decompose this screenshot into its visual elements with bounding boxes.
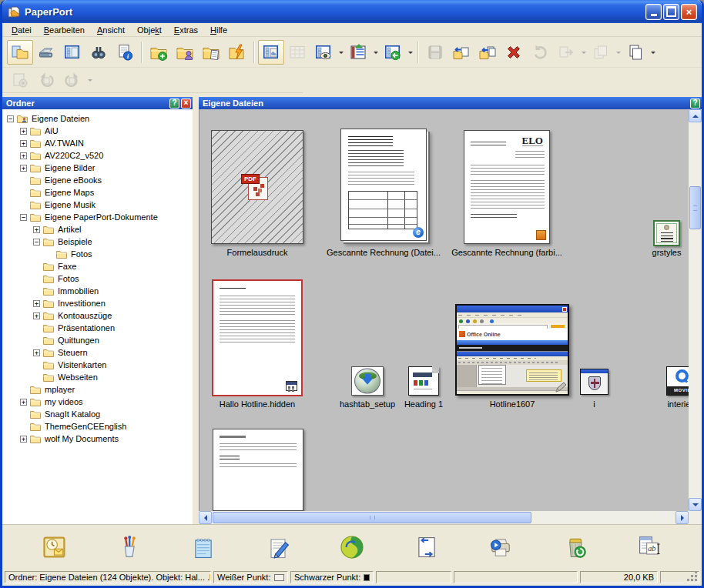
desktop-item-partial-document[interactable]: [213, 429, 303, 511]
eye-view-button[interactable]: [310, 40, 337, 65]
item-label[interactable]: Gescannte Rechnung (farbi...: [451, 248, 562, 257]
maximize-button[interactable]: [663, 4, 679, 20]
back-view-button[interactable]: [380, 40, 406, 65]
tree-item-eigene-paperport-dokumente[interactable]: −Eigene PaperPort-Dokumente: [20, 211, 158, 223]
scroll-down-button[interactable]: [689, 498, 702, 511]
back-view-dropdown[interactable]: [406, 40, 414, 65]
tree-expand-toggle[interactable]: −: [7, 115, 14, 122]
desktop-item-interie[interactable]: MOVIE: [666, 366, 689, 396]
send-to-recycle-bin-icon[interactable]: [560, 532, 591, 563]
page-info-button[interactable]: i: [112, 40, 138, 65]
desktop-item-gescannte-rechnung-farbi[interactable]: ELO: [464, 130, 550, 244]
search-button[interactable]: [85, 40, 112, 65]
tree-item-beispiele[interactable]: −Beispiele: [33, 236, 92, 248]
eye-view-dropdown[interactable]: [337, 40, 345, 65]
send-to-paint-icon[interactable]: [114, 532, 145, 563]
tree-item-kontoauszüge[interactable]: +Kontoauszüge: [33, 309, 112, 322]
send-to-printer-icon[interactable]: [485, 532, 516, 563]
tree-item-investitionen[interactable]: +Investitionen: [33, 297, 106, 309]
tree-item-mplayer[interactable]: mplayer: [20, 383, 75, 396]
tree-item-artikel[interactable]: +Artikel: [33, 223, 82, 236]
folders-help-button[interactable]: ?: [169, 99, 179, 109]
item-label[interactable]: Formelausdruck: [227, 248, 288, 257]
tree-item-präsentationen[interactable]: Präsentationen: [33, 322, 115, 334]
send-to-ocr-icon[interactable]: ab: [634, 532, 665, 563]
tree-item-quittungen[interactable]: Quittungen: [33, 334, 99, 346]
tree-expand-toggle[interactable]: +: [20, 165, 27, 172]
desktop-item-grstyles[interactable]: [653, 220, 680, 246]
tree-item-av-twain[interactable]: +AV.TWAIN: [20, 137, 84, 149]
copy-to-folder-button[interactable]: [474, 40, 501, 65]
new-folder-button[interactable]: [146, 40, 172, 65]
item-label[interactable]: interie...: [667, 399, 689, 409]
tree-item-eigene-dateien[interactable]: −Eigene Dateien: [7, 112, 89, 125]
folder-flash-button[interactable]: [224, 40, 250, 65]
vertical-scrollbar[interactable]: [689, 109, 702, 511]
desktop-item-gescannte-rechnung-datei[interactable]: e: [340, 129, 427, 241]
tree-expand-toggle[interactable]: −: [33, 239, 40, 246]
close-button[interactable]: ×: [681, 4, 697, 20]
panel-splitter[interactable]: [193, 97, 199, 524]
tree-expand-toggle[interactable]: +: [20, 399, 27, 406]
scroll-up-button[interactable]: [689, 109, 702, 122]
scroll-right-button[interactable]: [676, 511, 689, 524]
folder-user-button[interactable]: [172, 40, 198, 65]
folders-close-button[interactable]: ×: [181, 99, 191, 109]
menu-bearbeiten[interactable]: Bearbeiten: [38, 24, 91, 36]
tree-expand-toggle[interactable]: −: [20, 214, 27, 221]
tree-item-webseiten[interactable]: Webseiten: [33, 371, 98, 383]
tree-item-fotos[interactable]: Fotos: [33, 272, 79, 285]
item-label[interactable]: i: [593, 399, 595, 409]
item-label[interactable]: grstyles: [652, 248, 682, 257]
tree-item-snagit-katalog[interactable]: SnagIt Katalog: [20, 408, 100, 420]
item-label[interactable]: Hotline1607: [490, 399, 535, 409]
item-label[interactable]: hashtab_setup: [340, 399, 395, 409]
tree-item-my-videos[interactable]: +my videos: [20, 396, 83, 408]
menu-ansicht[interactable]: Ansicht: [91, 24, 131, 36]
desktop-help-button[interactable]: ?: [690, 99, 700, 109]
desktop-item-hallo-hotline-hidden[interactable]: [212, 279, 303, 396]
tree-item-faxe[interactable]: Faxe: [33, 260, 76, 272]
scan-acquire-button[interactable]: [33, 40, 59, 65]
tree-item-av220c2-v520[interactable]: +AV220C2_v520: [20, 149, 103, 162]
folder-view-button[interactable]: [7, 40, 33, 65]
tree-item-eigene-maps[interactable]: Eigene Maps: [20, 186, 94, 199]
desktop-item-hashtab-setup[interactable]: [351, 366, 384, 396]
list-view-button[interactable]: [345, 40, 371, 65]
folder-note-button[interactable]: [198, 40, 224, 65]
send-to-browser-icon[interactable]: [337, 532, 367, 563]
tree-item-eigene-bilder[interactable]: +Eigene Bilder: [20, 162, 95, 174]
tree-item-wolf-my-documents[interactable]: +wolf My Documents: [20, 433, 119, 445]
tree-item-eigene-musik[interactable]: Eigene Musik: [20, 199, 96, 211]
minimize-button[interactable]: [645, 4, 662, 20]
copy-page-button[interactable]: [622, 40, 649, 65]
tree-item-eigene-ebooks[interactable]: Eigene eBooks: [20, 174, 102, 186]
tree-expand-toggle[interactable]: +: [33, 312, 40, 319]
tree-expand-toggle[interactable]: +: [33, 226, 40, 233]
menu-hilfe[interactable]: Hilfe: [204, 24, 233, 36]
send-to-outlook-icon[interactable]: [39, 532, 70, 563]
tree-expand-toggle[interactable]: +: [33, 300, 40, 307]
tree-expand-toggle[interactable]: +: [20, 436, 27, 443]
tree-item-visitenkarten[interactable]: Visitenkarten: [33, 359, 106, 371]
send-to-notepad-icon[interactable]: [188, 532, 219, 563]
vertical-scroll-thumb[interactable]: [689, 186, 701, 229]
item-label[interactable]: Hallo Hotline.hidden: [220, 399, 295, 409]
tree-expand-toggle[interactable]: +: [20, 128, 27, 135]
menu-objekt[interactable]: Objekt: [131, 24, 168, 36]
menu-datei[interactable]: Datei: [5, 24, 38, 36]
tree-item-fotos[interactable]: Fotos: [46, 248, 92, 260]
item-label[interactable]: Gescannte Rechnung (Datei...: [327, 248, 441, 257]
send-to-ftp-icon[interactable]: [411, 532, 442, 563]
tree-item-immobilien[interactable]: Immobilien: [33, 285, 99, 297]
desktop-item-formelausdruck[interactable]: PDF: [211, 130, 303, 244]
item-label[interactable]: Heading 1: [404, 399, 443, 409]
tree-item-themegenceenglish[interactable]: ThemeGenCEEnglish: [20, 420, 126, 433]
desktop-item-heading-1[interactable]: [408, 366, 439, 396]
tree-item-aiu[interactable]: +AiU: [20, 125, 59, 137]
tree-expand-toggle[interactable]: +: [20, 152, 27, 159]
desktop-item-i[interactable]: [580, 369, 608, 395]
delete-button[interactable]: [501, 40, 527, 65]
desktop-layout-button[interactable]: [59, 40, 85, 65]
list-view-dropdown[interactable]: [371, 40, 380, 65]
